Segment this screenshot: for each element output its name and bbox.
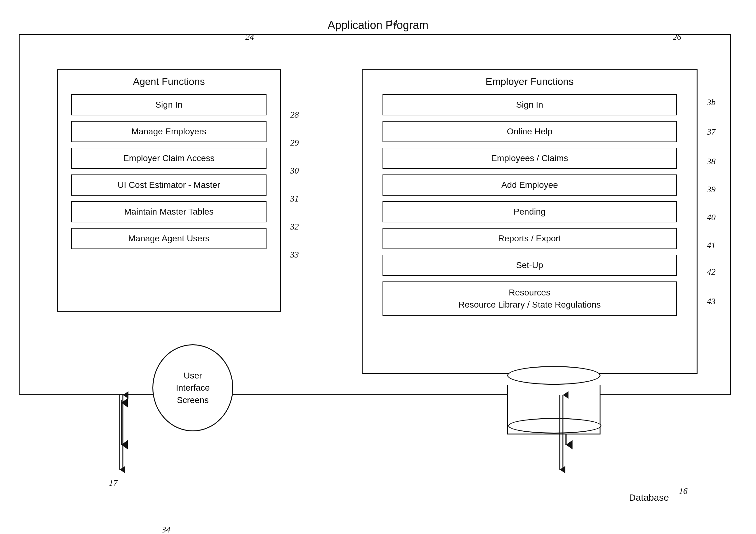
db-bottom (508, 418, 602, 434)
ref-39: 39 (707, 184, 716, 194)
ref-16: 16 (679, 486, 688, 496)
left-arrow-svg (117, 395, 126, 473)
ref-28: 28 (290, 110, 299, 120)
ref-29: 29 (290, 138, 299, 148)
db-body (507, 385, 601, 435)
ref-26: 26 (673, 32, 681, 42)
page-title: Application Program (328, 19, 428, 32)
app-box: 24 Agent Functions Sign In Manage Employ… (19, 34, 731, 395)
agent-functions-panel: Agent Functions Sign In Manage Employers… (57, 69, 281, 312)
ref-34: 34 (162, 525, 171, 534)
ref-17: 17 (109, 478, 118, 488)
employer-reports-export-button[interactable]: Reports / Export (383, 228, 676, 249)
employer-add-employee-button[interactable]: Add Employee (383, 174, 676, 196)
ref-38: 38 (707, 156, 716, 166)
employer-setup-button[interactable]: Set-Up (383, 255, 676, 276)
agent-ui-cost-estimator-button[interactable]: UI Cost Estimator - Master (71, 174, 266, 196)
ref-31: 31 (290, 194, 299, 204)
db-top (507, 366, 601, 385)
ref-24: 24 (245, 32, 254, 42)
agent-manage-agent-users-button[interactable]: Manage Agent Users (71, 228, 266, 249)
ref-41: 41 (707, 240, 716, 250)
database-shape (507, 366, 601, 447)
ref-14: 14 (389, 18, 397, 28)
ui-screens-label: UserInterfaceScreens (176, 369, 210, 406)
agent-manage-employers-button[interactable]: Manage Employers (71, 121, 266, 142)
employer-panel-title: Employer Functions (363, 70, 697, 94)
employer-online-help-button[interactable]: Online Help (383, 121, 676, 142)
ref-43: 43 (707, 296, 716, 307)
database-label: Database (629, 492, 669, 503)
employer-sign-in-button[interactable]: Sign In (383, 94, 676, 115)
ref-3b: 3b (707, 97, 716, 107)
ref-37: 37 (707, 127, 716, 137)
ref-32: 32 (290, 222, 299, 232)
ref-40: 40 (707, 212, 716, 222)
employer-resources-button[interactable]: ResourcesResource Library / State Regula… (383, 281, 676, 316)
agent-maintain-master-tables-button[interactable]: Maintain Master Tables (71, 201, 266, 222)
ui-screens-oval: UserInterfaceScreens (152, 344, 233, 431)
agent-panel-title: Agent Functions (58, 70, 280, 94)
database-container: 16 Database (629, 489, 669, 503)
employer-functions-panel: Employer Functions Sign In Online Help E… (362, 69, 697, 374)
ref-30: 30 (290, 166, 299, 176)
ref-33: 33 (290, 250, 299, 260)
ref-42: 42 (707, 267, 716, 277)
agent-employer-claim-access-button[interactable]: Employer Claim Access (71, 148, 266, 169)
employer-pending-button[interactable]: Pending (383, 201, 676, 222)
agent-sign-in-button[interactable]: Sign In (71, 94, 266, 115)
right-arrow-svg (557, 395, 566, 473)
employer-employees-claims-button[interactable]: Employees / Claims (383, 148, 676, 169)
